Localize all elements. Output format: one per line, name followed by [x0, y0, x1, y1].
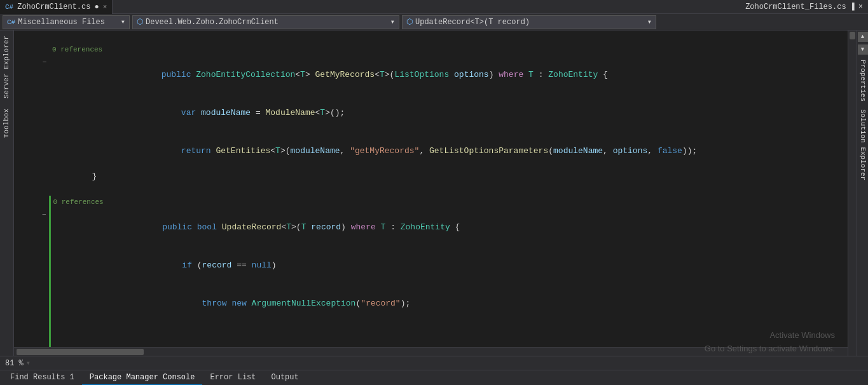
table-row — [14, 323, 848, 335]
collapse-gutter — [39, 94, 50, 132]
line-number — [14, 94, 39, 132]
code-line[interactable]: } — [50, 170, 848, 183]
line-number — [14, 132, 39, 170]
horizontal-scrollbar[interactable] — [14, 347, 848, 356]
scroll-down-button[interactable]: ▼ — [858, 44, 868, 55]
tab-close-button[interactable]: × — [103, 3, 107, 11]
code-line[interactable] — [50, 323, 848, 335]
method-icon: ⬡ — [406, 17, 413, 27]
collapse-gutter — [39, 132, 50, 170]
method-label: UpdateRecord<T>(T record) — [415, 18, 645, 27]
ns-dropdown-arrow: ▾ — [390, 17, 395, 27]
scroll-up-button[interactable]: ▲ — [858, 32, 868, 42]
tab-package-manager-label: Package Manager Console — [90, 373, 195, 382]
code-line[interactable] — [50, 183, 848, 196]
title-right: ZohoCrmClient_Files.cs ▐ × — [745, 3, 868, 11]
tab-modified-dot: ● — [94, 3, 99, 11]
bottom-tabs: Find Results 1 Package Manager Console E… — [0, 370, 868, 385]
tab-filename: ZohoCrmClient.cs — [17, 3, 90, 11]
tab-find-results-label: Find Results 1 — [10, 373, 74, 382]
misc-files-dropdown[interactable]: C# Miscellaneous Files ▾ — [3, 15, 130, 29]
code-editor[interactable]: 0 references − public ZohoEntityCollecti… — [14, 30, 848, 347]
table-row: 0 references — [14, 43, 848, 56]
collapse-gutter — [39, 43, 50, 56]
table-row: return GetEntities<T>(moduleName, "getMy… — [14, 132, 848, 170]
tab-output-label: Output — [271, 373, 298, 382]
collapse-gutter — [39, 196, 50, 208]
code-line[interactable]: throw new ArgumentNullException("record"… — [50, 285, 848, 323]
table-row: var moduleName = ModuleName<T>(); — [14, 94, 848, 132]
line-number — [14, 323, 39, 335]
title-bar: C# ZohoCrmClient.cs ● × ZohoCrmClient_Fi… — [0, 0, 868, 14]
misc-dropdown-arrow: ▾ — [121, 17, 125, 27]
code-line[interactable]: return GetEntities<T>(moduleName, "getMy… — [50, 132, 848, 170]
table-row: } — [14, 170, 848, 183]
tab-output[interactable]: Output — [263, 370, 306, 386]
solution-explorer-label[interactable]: Solution Explorer — [857, 105, 869, 184]
line-number — [14, 30, 39, 43]
collapse-gutter — [39, 183, 50, 196]
code-line[interactable]: public ZohoEntityCollection<T> GetMyReco… — [50, 56, 848, 94]
namespace-label: Deveel.Web.Zoho.ZohoCrmClient — [146, 18, 388, 27]
table-row: throw new ArgumentNullException("record"… — [14, 285, 848, 323]
tab-package-manager[interactable]: Package Manager Console — [82, 370, 203, 386]
table-row: var id = record.Id; — [14, 335, 848, 347]
zoom-dropdown-arrow[interactable]: ▾ — [26, 358, 31, 368]
table-row: − public ZohoEntityCollection<T> GetMyRe… — [14, 56, 848, 94]
table-row — [14, 30, 848, 43]
cs-file-icon: C# — [5, 3, 13, 11]
right-close-icon[interactable]: × — [858, 3, 863, 11]
right-pin-icon[interactable]: ▐ — [850, 3, 855, 11]
zoom-bar: 81 % ▾ — [0, 356, 868, 370]
line-number — [14, 183, 39, 196]
code-line[interactable]: var moduleName = ModuleName<T>(); — [50, 94, 848, 132]
code-ref: 0 references — [50, 43, 848, 56]
line-number — [14, 43, 39, 56]
code-line[interactable] — [50, 30, 848, 43]
collapse-gutter — [39, 247, 50, 285]
vertical-scrollbar[interactable] — [848, 30, 857, 356]
code-line[interactable]: public bool UpdateRecord<T>(T record) wh… — [50, 208, 848, 247]
line-number — [14, 56, 39, 94]
collapse-gutter — [39, 30, 50, 43]
nav-bar: C# Miscellaneous Files ▾ ⬡ Deveel.Web.Zo… — [0, 14, 868, 30]
code-area[interactable]: 0 references − public ZohoEntityCollecti… — [14, 30, 848, 356]
h-scroll-thumb[interactable] — [17, 349, 144, 355]
namespace-icon: ⬡ — [137, 17, 143, 27]
line-number — [14, 196, 39, 208]
misc-files-label: Miscellaneous Files — [18, 18, 118, 27]
code-line[interactable]: if (record == null) — [50, 247, 848, 285]
line-number — [14, 208, 39, 247]
left-sidebar: Server Explorer Toolbox — [0, 30, 14, 356]
server-explorer-label[interactable]: Server Explorer — [0, 30, 13, 104]
collapse-gutter: − — [39, 208, 50, 247]
collapse-gutter — [39, 323, 50, 335]
line-number — [14, 247, 39, 285]
code-table: 0 references − public ZohoEntityCollecti… — [14, 30, 848, 347]
collapse-gutter — [39, 285, 50, 323]
table-row: 0 references — [14, 196, 848, 208]
v-scroll-thumb[interactable] — [850, 32, 855, 39]
properties-label[interactable]: Properties — [857, 56, 869, 105]
method-dropdown[interactable]: ⬡ UpdateRecord<T>(T record) ▾ — [402, 15, 656, 29]
tab-error-list[interactable]: Error List — [202, 370, 263, 386]
line-number — [14, 285, 39, 323]
line-number — [14, 170, 39, 183]
cs-icon: C# — [7, 18, 15, 26]
method-dropdown-arrow: ▾ — [647, 17, 652, 27]
tab-find-results[interactable]: Find Results 1 — [3, 370, 82, 386]
table-row: if (record == null) — [14, 247, 848, 285]
right-file-name: ZohoCrmClient_Files.cs — [745, 3, 846, 11]
table-row — [14, 183, 848, 196]
code-line[interactable]: var id = record.Id; — [50, 335, 848, 347]
tab-error-list-label: Error List — [210, 373, 256, 382]
collapse-gutter — [39, 335, 50, 347]
toolbox-label[interactable]: Toolbox — [0, 104, 13, 143]
collapse-gutter — [39, 170, 50, 183]
line-number — [14, 335, 39, 347]
collapse-gutter: − — [39, 56, 50, 94]
title-tab[interactable]: C# ZohoCrmClient.cs ● × — [0, 0, 113, 14]
namespace-dropdown[interactable]: ⬡ Deveel.Web.Zoho.ZohoCrmClient ▾ — [132, 15, 399, 29]
code-ref: 0 references — [50, 196, 848, 208]
right-panel: ▲ ▼ Properties Solution Explorer — [857, 30, 868, 356]
